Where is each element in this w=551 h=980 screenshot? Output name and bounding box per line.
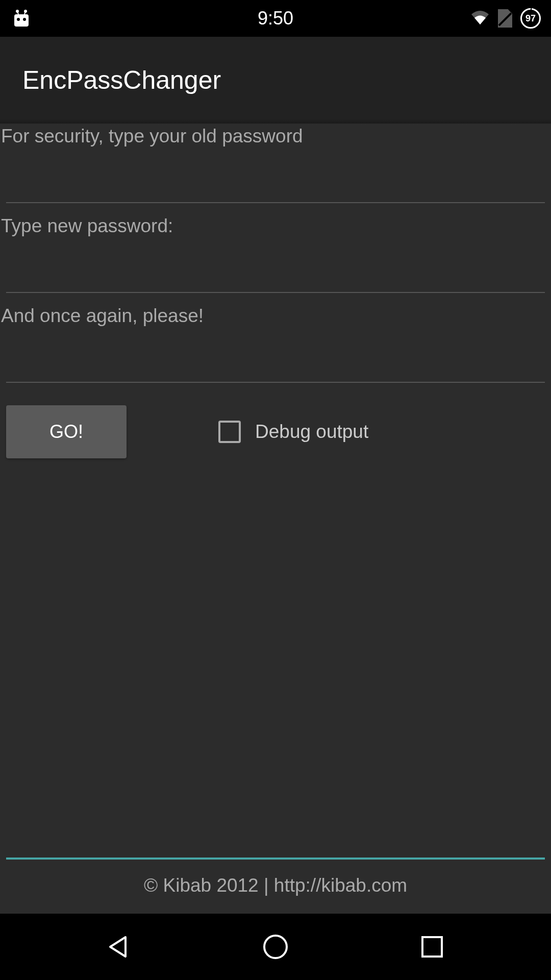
debug-checkbox-container[interactable]: Debug output (218, 421, 368, 443)
status-time: 9:50 (258, 8, 293, 29)
action-row: GO! Debug output (0, 393, 551, 458)
recent-apps-icon[interactable] (417, 932, 447, 962)
new-password-label: Type new password: (0, 213, 551, 242)
back-icon[interactable] (104, 932, 134, 962)
svg-rect-8 (422, 937, 442, 957)
svg-point-7 (264, 936, 287, 958)
svg-point-6 (23, 18, 26, 21)
debug-checkbox[interactable] (218, 421, 241, 443)
system-nav-bar (0, 914, 551, 980)
home-icon[interactable] (261, 932, 290, 962)
old-password-label: For security, type your old password (0, 124, 551, 152)
no-sim-icon (498, 9, 512, 28)
footer: © Kibab 2012 | http://kibab.com (0, 857, 551, 908)
status-bar: 9:50 97 (0, 0, 551, 37)
old-password-input[interactable] (6, 162, 545, 203)
status-left (10, 7, 33, 30)
app-title: EncPassChanger (22, 65, 221, 95)
battery-level: 97 (525, 13, 536, 24)
go-button[interactable]: GO! (6, 405, 127, 458)
debug-checkbox-label: Debug output (255, 421, 368, 443)
app-header: EncPassChanger (0, 37, 551, 124)
cyanogenmod-icon (10, 7, 33, 30)
new-password-input[interactable] (6, 252, 545, 293)
svg-rect-0 (14, 14, 29, 27)
wifi-icon (470, 9, 490, 28)
svg-point-5 (17, 18, 20, 21)
confirm-password-input[interactable] (6, 342, 545, 383)
copyright-text: © Kibab 2012 | http://kibab.com (6, 875, 545, 901)
confirm-password-label: And once again, please! (0, 303, 551, 332)
footer-divider (6, 857, 545, 860)
status-right: 97 (470, 8, 541, 29)
content-area: For security, type your old password Typ… (0, 124, 551, 914)
battery-icon: 97 (520, 8, 541, 29)
